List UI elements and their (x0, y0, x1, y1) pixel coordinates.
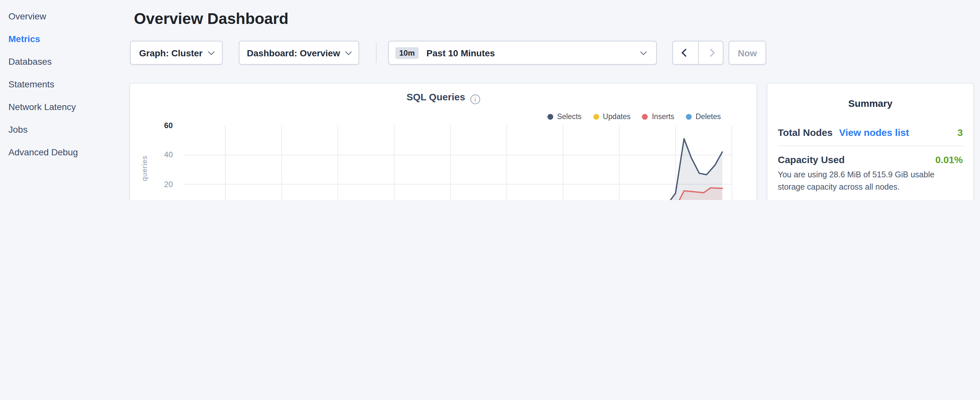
summary-panel: Summary Total NodesView nodes list3Capac… (767, 83, 974, 200)
y-axis-label: queries (140, 136, 148, 200)
graph-scope-dropdown[interactable]: Graph: Cluster (130, 41, 223, 65)
sql-queries-chart-card: SQL Queriesi SelectsUpdatesInsertsDelete… (129, 83, 757, 200)
summary-row-value: 0.01% (935, 154, 963, 165)
next-time-button[interactable] (698, 41, 723, 64)
toolbar-divider (376, 43, 377, 63)
time-step-buttons (672, 41, 724, 65)
page-title: Overview Dashboard (134, 10, 289, 28)
sidebar-item-jobs[interactable]: Jobs (8, 118, 118, 141)
summary-row-subtext: You are using 28.6 MiB of 515.9 GiB usab… (778, 169, 963, 193)
chevron-down-icon (345, 49, 352, 55)
sidebar-nav: OverviewMetricsDatabasesStatementsNetwor… (8, 5, 118, 164)
sidebar-item-advanced-debug[interactable]: Advanced Debug (8, 141, 118, 164)
divider (778, 146, 963, 146)
summary-row-label: Capacity Used (778, 154, 845, 165)
page: OverviewMetricsDatabasesStatementsNetwor… (0, 0, 980, 200)
sidebar-item-statements[interactable]: Statements (8, 73, 118, 96)
sidebar-item-overview[interactable]: Overview (8, 5, 118, 28)
chevron-down-icon (208, 49, 215, 55)
time-window-badge: 10m (395, 47, 418, 59)
y-axis-tick: 60 (133, 121, 173, 130)
y-axis-tick: 20 (133, 180, 173, 189)
chevron-left-icon (681, 49, 689, 57)
chevron-right-icon (706, 49, 715, 57)
time-window-label: Past 10 Minutes (426, 48, 495, 58)
summary-row: Total NodesView nodes list3 (778, 127, 963, 138)
dashboard-dropdown-label: Dashboard: Overview (247, 48, 340, 58)
sidebar-item-metrics[interactable]: Metrics (8, 28, 118, 51)
time-range-dropdown[interactable]: 10m Past 10 Minutes (388, 41, 657, 65)
graph-scope-dropdown-label: Graph: Cluster (139, 48, 202, 58)
sidebar-item-databases[interactable]: Databases (8, 51, 118, 73)
sidebar-item-network-latency[interactable]: Network Latency (8, 96, 118, 118)
dashboard-dropdown[interactable]: Dashboard: Overview (239, 41, 359, 65)
chart-plot-area[interactable] (130, 83, 756, 200)
prev-time-button[interactable] (673, 41, 698, 64)
summary-heading: Summary (778, 98, 963, 109)
y-axis-tick: 40 (133, 150, 173, 159)
now-button[interactable]: Now (729, 41, 766, 65)
summary-row: Capacity Used0.01% (778, 154, 963, 165)
summary-row-label: Total Nodes (778, 127, 832, 138)
view-nodes-list-link[interactable]: View nodes list (839, 127, 909, 138)
chevron-down-icon (640, 49, 647, 55)
summary-row-value: 3 (957, 127, 963, 138)
